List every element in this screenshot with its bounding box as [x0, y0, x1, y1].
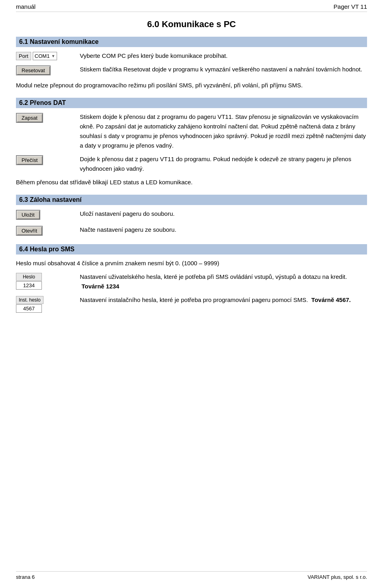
prectist-button-col: Přečíst	[16, 154, 80, 166]
section-63-heading: 6.3 Záloha nastavení	[16, 195, 367, 205]
inst-heslo-row: Inst. heslo 4567 Nastavení instalačního …	[16, 295, 367, 313]
inst-heslo-field-group: Inst. heslo 4567	[16, 296, 43, 313]
section-61: 6.1 Nastavení komunikace Port COM1 ▼ Vyb…	[16, 37, 367, 91]
section-64: 6.4 Hesla pro SMS Heslo musí obsahovat 4…	[16, 244, 367, 313]
otevrit-button[interactable]: Otevřít	[16, 226, 43, 236]
otevrit-description: Načte nastavení pageru ze souboru.	[80, 225, 367, 235]
port-combo[interactable]: COM1 ▼	[33, 52, 57, 60]
port-value: COM1	[35, 53, 50, 59]
heslo-factory: Továrně 1234	[81, 283, 119, 290]
port-label: Port	[16, 52, 31, 60]
modul-text: Modul nelze přepnout do programovacího r…	[16, 81, 367, 91]
page-header: manuál Pager VT 11	[16, 0, 367, 12]
inst-heslo-factory: Továrně 4567.	[311, 296, 351, 303]
inst-heslo-label: Inst. heslo	[16, 296, 43, 304]
pager-label: Pager VT 11	[334, 3, 367, 10]
port-controls: Port COM1 ▼	[16, 51, 80, 60]
page-footer: strana 6 VARIANT plus, spol. s r.o.	[16, 571, 367, 580]
port-description: Vyberte COM PC přes který bude komunikac…	[80, 51, 367, 61]
heslo-desc-text: Nastavení uživatelského hesla, které je …	[80, 273, 347, 280]
resetovat-button[interactable]: Resetovat	[16, 65, 51, 75]
footer-company: VARIANT plus, spol. s r.o.	[308, 574, 367, 580]
inst-heslo-desc-text: Nastavení instalačního hesla, které je p…	[80, 296, 308, 303]
heslo-value[interactable]: 1234	[16, 281, 42, 290]
ulozit-button[interactable]: Uložit	[16, 210, 40, 220]
blikaji-text: Během přenosu dat střídavě blikají LED s…	[16, 178, 367, 187]
zapsat-button[interactable]: Zapsat	[16, 113, 43, 123]
inst-heslo-value[interactable]: 4567	[16, 304, 42, 313]
heslo-description: Nastavení uživatelského hesla, které je …	[80, 272, 367, 291]
footer-page: strana 6	[16, 574, 35, 580]
ulozit-row: Uložit Uloží nastavení pageru do souboru…	[16, 209, 367, 221]
chevron-down-icon: ▼	[51, 54, 55, 58]
zapsat-row: Zapsat Stiskem dojde k přenosu dat z pro…	[16, 112, 367, 150]
prectist-row: Přečíst Dojde k přenosu dat z pageru VT1…	[16, 154, 367, 174]
heslo-intro: Heslo musí obsahovat 4 číslice a prvním …	[16, 258, 367, 268]
otevrit-button-col: Otevřít	[16, 225, 80, 237]
section-64-heading: 6.4 Hesla pro SMS	[16, 244, 367, 255]
section-62-heading: 6.2 Přenos DAT	[16, 98, 367, 108]
heslo-row: Heslo 1234 Nastavení uživatelského hesla…	[16, 272, 367, 291]
zapsat-description: Stiskem dojde k přenosu dat z programu d…	[80, 112, 367, 150]
inst-heslo-field-col: Inst. heslo 4567	[16, 295, 80, 313]
manual-label: manuál	[16, 3, 36, 10]
otevrit-row: Otevřít Načte nastavení pageru ze soubor…	[16, 225, 367, 237]
heslo-label: Heslo	[16, 273, 42, 281]
section-61-heading: 6.1 Nastavení komunikace	[16, 37, 367, 47]
section-63: 6.3 Záloha nastavení Uložit Uloží nastav…	[16, 195, 367, 237]
port-selector-group: Port COM1 ▼	[16, 52, 57, 60]
port-row: Port COM1 ▼ Vyberte COM PC přes který bu…	[16, 51, 367, 61]
prectist-description: Dojde k přenosu dat z pageru VT11 do pro…	[80, 154, 367, 174]
ulozit-button-col: Uložit	[16, 209, 80, 221]
section-62: 6.2 Přenos DAT Zapsat Stiskem dojde k př…	[16, 98, 367, 187]
heslo-field-group: Heslo 1234	[16, 273, 42, 290]
resetovat-description: Stiskem tlačítka Resetovat dojde v progr…	[80, 65, 367, 74]
heslo-field-col: Heslo 1234	[16, 272, 80, 290]
page-title: 6.0 Komunikace s PC	[16, 19, 367, 30]
inst-heslo-description: Nastavení instalačního hesla, které je p…	[80, 295, 367, 305]
prectist-button[interactable]: Přečíst	[16, 155, 43, 165]
resetovat-row: Resetovat Stiskem tlačítka Resetovat doj…	[16, 65, 367, 77]
zapsat-button-col: Zapsat	[16, 112, 80, 124]
ulozit-description: Uloží nastavení pageru do souboru.	[80, 209, 367, 219]
resetovat-button-col: Resetovat	[16, 65, 80, 77]
